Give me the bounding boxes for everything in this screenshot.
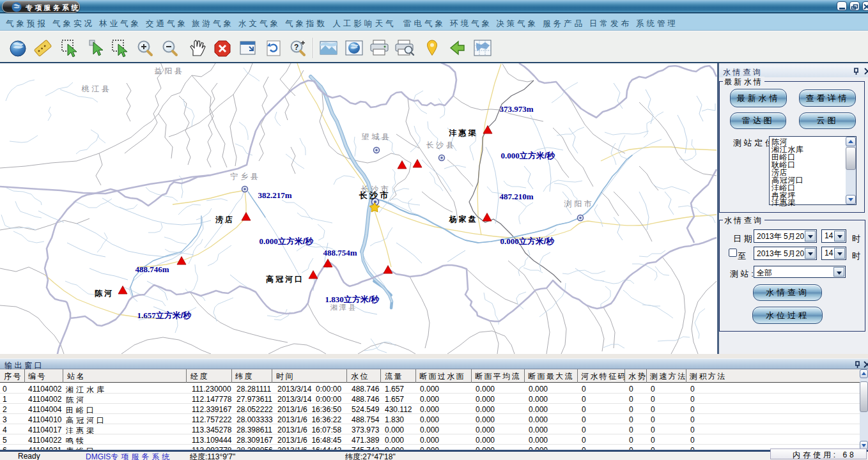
svg-text:?: ? (294, 43, 298, 52)
